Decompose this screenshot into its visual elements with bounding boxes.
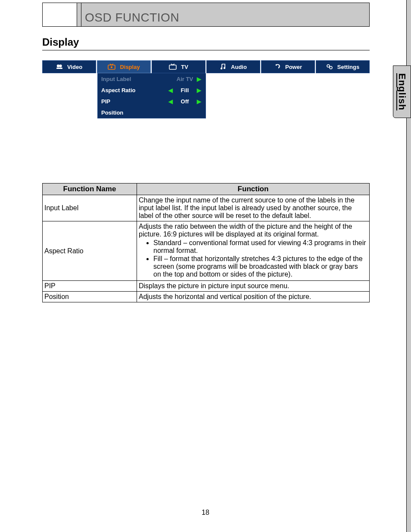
osd-row-label: PIP xyxy=(101,98,168,105)
osd-menu: Video Display TV Audio xyxy=(42,60,370,118)
svg-point-9 xyxy=(330,66,332,69)
osd-tab-label: Settings xyxy=(337,64,359,70)
table-cell-desc: Adjusts the horizontal and vertical posi… xyxy=(137,292,370,302)
table-cell-desc: Displays the picture in picture input so… xyxy=(137,281,370,292)
table-cell-name: Input Label xyxy=(43,195,137,221)
svg-point-0 xyxy=(57,65,59,67)
osd-tab-display[interactable]: Display xyxy=(97,60,151,73)
svg-point-8 xyxy=(327,65,330,67)
osd-row-label: Input Label xyxy=(101,76,174,82)
svg-rect-5 xyxy=(169,65,176,69)
chevron-left-icon[interactable]: ◀ xyxy=(168,87,174,93)
table-header-func: Function xyxy=(137,184,370,195)
table-cell-name: Aspect Ratio xyxy=(43,221,137,281)
svg-point-7 xyxy=(224,67,225,69)
page-number: 18 xyxy=(0,509,411,516)
header-tab-blank-2 xyxy=(77,3,81,26)
table-cell-desc: Change the input name of the current sou… xyxy=(137,195,370,221)
list-item: Standard – conventional format used for … xyxy=(153,239,367,255)
osd-tab-label: Power xyxy=(285,64,302,70)
video-icon xyxy=(56,64,63,70)
table-row: Input Label Change the input name of the… xyxy=(43,195,370,221)
osd-tab-power[interactable]: Power xyxy=(261,60,315,73)
table-cell-name: Position xyxy=(43,292,137,302)
chevron-right-icon[interactable]: ▶ xyxy=(196,98,202,105)
power-icon xyxy=(274,64,281,70)
osd-row-value: Off xyxy=(174,98,196,105)
audio-icon xyxy=(220,64,227,70)
list-item: Fill – format that horizontally stretche… xyxy=(153,255,367,278)
table-cell-name: PIP xyxy=(43,281,137,292)
table-row: Aspect Ratio Adjusts the ratio between t… xyxy=(43,221,370,281)
display-icon xyxy=(108,64,115,70)
osd-tab-audio[interactable]: Audio xyxy=(206,60,260,73)
osd-tab-settings[interactable]: Settings xyxy=(316,60,370,73)
svg-rect-2 xyxy=(56,68,62,69)
osd-tab-label: TV xyxy=(181,64,188,70)
table-cell-desc: Adjusts the ratio between the width of t… xyxy=(137,221,370,281)
osd-tab-label: Video xyxy=(67,64,82,70)
osd-tab-strip: Video Display TV Audio xyxy=(42,60,370,73)
table-header-row: Function Name Function xyxy=(43,184,370,195)
osd-tab-video[interactable]: Video xyxy=(42,60,96,73)
osd-row-aspect-ratio[interactable]: Aspect Ratio ◀ Fill ▶ xyxy=(98,84,206,96)
language-tab-label: English xyxy=(396,73,408,110)
osd-row-label: Aspect Ratio xyxy=(101,87,168,93)
table-row: PIP Displays the picture in picture inpu… xyxy=(43,281,370,292)
function-table: Function Name Function Input Label Chang… xyxy=(42,183,370,302)
header-band: OSD FUNCTION xyxy=(42,3,370,27)
osd-row-position[interactable]: Position xyxy=(98,107,206,118)
osd-row-pip[interactable]: PIP ◀ Off ▶ xyxy=(98,96,206,107)
table-cell-desc-intro: Adjusts the ratio between the width of t… xyxy=(139,223,352,238)
svg-point-6 xyxy=(221,68,222,69)
chevron-right-icon[interactable]: ▶ xyxy=(196,76,202,82)
chevron-left-icon[interactable]: ◀ xyxy=(168,98,174,105)
section-underline xyxy=(42,50,370,50)
osd-tab-label: Audio xyxy=(231,64,247,70)
osd-tab-label: Display xyxy=(120,64,140,70)
table-header-name: Function Name xyxy=(43,184,137,195)
section-heading: Display xyxy=(42,36,79,48)
osd-row-value: Air TV xyxy=(174,76,196,82)
page-title: OSD FUNCTION xyxy=(85,11,179,25)
header-tab-title: OSD FUNCTION xyxy=(81,3,369,26)
svg-point-4 xyxy=(111,66,112,68)
svg-point-1 xyxy=(59,65,62,67)
osd-dropdown: Input Label Air TV ▶ Aspect Ratio ◀ Fill… xyxy=(97,73,206,118)
language-tab: English xyxy=(393,65,411,118)
chevron-right-icon[interactable]: ▶ xyxy=(196,87,202,93)
osd-row-input-label[interactable]: Input Label Air TV ▶ xyxy=(98,73,206,84)
settings-icon xyxy=(326,64,333,70)
header-tabs: OSD FUNCTION xyxy=(43,3,369,26)
tv-icon xyxy=(169,64,177,70)
table-row: Position Adjusts the horizontal and vert… xyxy=(43,292,370,302)
page: English OSD FUNCTION Display Video xyxy=(0,0,411,532)
osd-row-value: Fill xyxy=(174,87,196,93)
osd-row-label: Position xyxy=(101,109,202,116)
table-cell-bullets: Standard – conventional format used for … xyxy=(153,239,367,278)
header-tab-blank-1 xyxy=(43,3,77,26)
osd-tab-tv[interactable]: TV xyxy=(152,60,206,73)
